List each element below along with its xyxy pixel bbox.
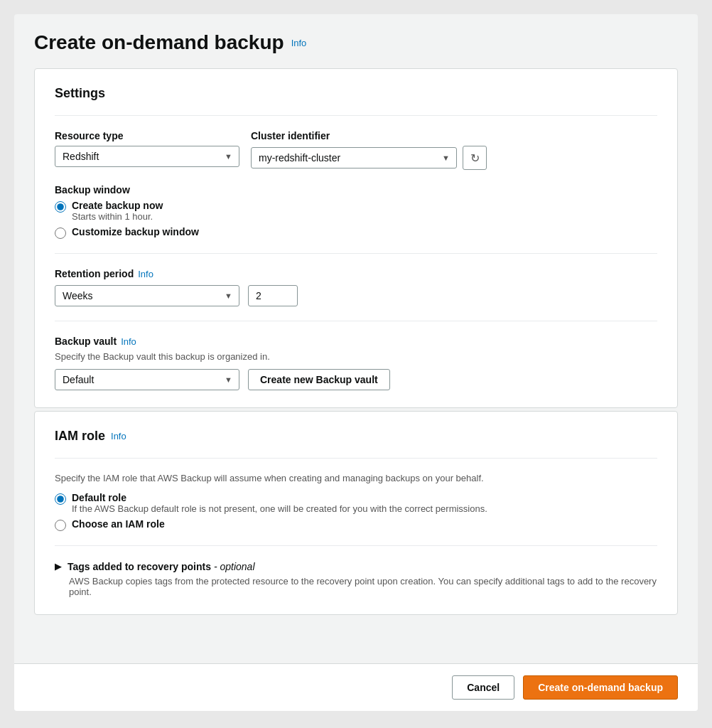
refresh-icon: ↻ [470, 151, 480, 165]
iam-role-radio-group: Default role If the AWS Backup default r… [55, 492, 657, 531]
backup-now-sublabel: Starts within 1 hour. [72, 211, 163, 222]
tags-title: Tags added to recovery points - optional [68, 561, 255, 572]
backup-now-label: Create backup now [72, 200, 163, 211]
choose-iam-radio[interactable] [55, 520, 66, 531]
choose-iam-label-group: Choose an IAM role [72, 518, 165, 530]
page-container: Create on-demand backup Info Settings Re… [14, 14, 698, 711]
customize-window-label: Customize backup window [72, 226, 199, 237]
retention-info-link[interactable]: Info [138, 269, 153, 279]
customize-label-group: Customize backup window [72, 226, 199, 237]
default-role-sublabel: If the AWS Backup default role is not pr… [72, 503, 487, 514]
tags-collapsible-header[interactable]: ▶ Tags added to recovery points - option… [55, 560, 657, 573]
settings-card: Settings Resource type Redshift EC2 RDS … [34, 68, 678, 408]
backup-window-section: Backup window Create backup now Starts w… [55, 184, 657, 239]
retention-unit-select[interactable]: Days Weeks Months Years [55, 285, 239, 306]
create-backup-button[interactable]: Create on-demand backup [523, 675, 678, 700]
iam-divider [55, 458, 657, 459]
cluster-row: my-redshift-cluster ▼ ↻ [251, 146, 487, 170]
customize-window-radio[interactable] [55, 228, 66, 239]
vault-info-link[interactable]: Info [121, 336, 136, 347]
iam-title-row: IAM role Info [55, 429, 657, 444]
cluster-identifier-group: Cluster identifier my-redshift-cluster ▼… [251, 130, 487, 170]
iam-description: Specify the IAM role that AWS Backup wil… [55, 473, 657, 483]
vault-select-wrapper: Default ▼ [55, 369, 239, 390]
iam-info-link[interactable]: Info [111, 431, 126, 441]
resource-type-label: Resource type [55, 130, 239, 141]
iam-role-card: IAM role Info Specify the IAM role that … [34, 411, 678, 615]
footer-bar: Cancel Create on-demand backup [14, 663, 698, 711]
default-role-label-group: Default role If the AWS Backup default r… [72, 492, 487, 514]
page-info-link[interactable]: Info [291, 38, 307, 48]
resource-type-select[interactable]: Redshift EC2 RDS DynamoDB [55, 146, 239, 167]
page-title-row: Create on-demand backup Info [34, 31, 678, 54]
backup-window-label: Backup window [55, 184, 657, 196]
resource-type-select-wrapper: Redshift EC2 RDS DynamoDB ▼ [55, 146, 239, 167]
backup-window-radio-group: Create backup now Starts within 1 hour. … [55, 200, 657, 239]
tags-section: ▶ Tags added to recovery points - option… [55, 560, 657, 597]
retention-period-section: Retention period Info Days Weeks Months … [55, 268, 657, 306]
default-role-option[interactable]: Default role If the AWS Backup default r… [55, 492, 657, 514]
backup-now-radio[interactable] [55, 201, 66, 213]
iam-section-title: IAM role [55, 429, 105, 444]
resource-type-group: Resource type Redshift EC2 RDS DynamoDB … [55, 130, 239, 167]
cancel-button[interactable]: Cancel [452, 675, 514, 700]
settings-section-title: Settings [55, 86, 657, 101]
vault-row: Default ▼ Create new Backup vault [55, 369, 657, 390]
backup-now-option[interactable]: Create backup now Starts within 1 hour. [55, 200, 657, 222]
settings-divider [55, 115, 657, 116]
resource-cluster-row: Resource type Redshift EC2 RDS DynamoDB … [55, 130, 657, 170]
default-role-radio[interactable] [55, 493, 66, 505]
create-vault-button[interactable]: Create new Backup vault [248, 369, 390, 390]
customize-window-option[interactable]: Customize backup window [55, 226, 657, 239]
retention-label-row: Retention period Info [55, 268, 657, 279]
backup-vault-section: Backup vault Info Specify the Backup vau… [55, 336, 657, 390]
vault-divider [55, 321, 657, 321]
backup-now-label-group: Create backup now Starts within 1 hour. [72, 200, 163, 222]
retention-row: Days Weeks Months Years ▼ [55, 285, 657, 306]
vault-select[interactable]: Default [55, 369, 239, 390]
vault-description: Specify the Backup vault this backup is … [55, 351, 657, 362]
vault-label-row: Backup vault Info [55, 336, 657, 347]
choose-iam-option[interactable]: Choose an IAM role [55, 518, 657, 531]
tags-divider [55, 545, 657, 546]
tags-description: AWS Backup copies tags from the protecte… [69, 576, 657, 597]
retention-value-input[interactable] [248, 285, 298, 306]
page-title: Create on-demand backup [34, 31, 284, 54]
tags-expand-icon: ▶ [55, 561, 62, 572]
retention-divider [55, 253, 657, 254]
backup-vault-label: Backup vault [55, 336, 117, 347]
retention-unit-wrapper: Days Weeks Months Years ▼ [55, 285, 239, 306]
refresh-button[interactable]: ↻ [463, 146, 487, 170]
cluster-identifier-label: Cluster identifier [251, 130, 487, 141]
choose-iam-label: Choose an IAM role [72, 518, 165, 530]
cluster-identifier-select[interactable]: my-redshift-cluster [251, 147, 457, 168]
cluster-select-wrapper: my-redshift-cluster ▼ [251, 147, 457, 168]
retention-period-label: Retention period [55, 268, 134, 279]
default-role-label: Default role [72, 492, 487, 503]
